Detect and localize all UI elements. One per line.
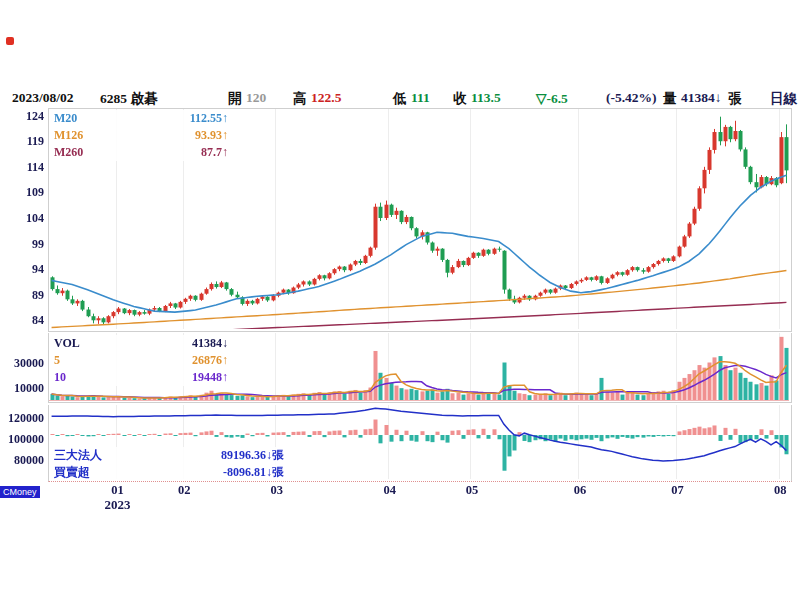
ma-legend-row-m126: M126 93.93↑ bbox=[50, 127, 232, 144]
vol-label: VOL bbox=[54, 336, 80, 350]
high-value: 122.5 bbox=[311, 90, 341, 106]
y-axis-tick-label: 124 bbox=[0, 109, 44, 123]
y-axis-tick-label: 99 bbox=[0, 237, 44, 251]
vol-ma5-value: 26876↑ bbox=[192, 352, 228, 369]
y-axis-tick-label: 89 bbox=[0, 288, 44, 302]
y-axis-tick-label: 109 bbox=[0, 185, 44, 199]
volume-legend: VOL 41384↓ 5 26876↑ 10 19448↑ bbox=[50, 335, 232, 386]
ma-legend-row-m260: M260 87.7↑ bbox=[50, 144, 232, 161]
inst-holdings-label: 三大法人 bbox=[54, 448, 102, 462]
change-pct-value: (-5.42%) bbox=[606, 90, 657, 106]
m20-value: 112.55↑ bbox=[190, 110, 228, 127]
watermark-badge: CMoney bbox=[0, 486, 40, 498]
m126-value: 93.93↑ bbox=[195, 127, 228, 144]
high-label: 高 bbox=[293, 90, 307, 108]
m260-value: 87.7↑ bbox=[201, 144, 228, 161]
period-selector[interactable]: 日線 bbox=[770, 90, 797, 108]
x-axis-tick-label: 03 bbox=[270, 483, 283, 497]
volume-label: 量 bbox=[663, 90, 677, 108]
ma-legend: M20 112.55↑ M126 93.93↑ M260 87.7↑ bbox=[50, 110, 232, 161]
y-axis-tick-label: 120000 bbox=[0, 411, 44, 425]
y-axis-tick-label: 119 bbox=[0, 134, 44, 148]
inst-holdings-row: 三大法人 89196.36↓張 bbox=[50, 447, 288, 464]
m260-label: M260 bbox=[54, 145, 83, 159]
low-value: 111 bbox=[411, 90, 430, 106]
y-axis-tick-label: 100000 bbox=[0, 432, 44, 446]
net-buy-sell-row: 買賣超 -8096.81↓張 bbox=[50, 464, 288, 481]
y-axis-tick-label: 114 bbox=[0, 160, 44, 174]
open-label: 開 bbox=[228, 90, 242, 108]
y-axis-tick-label: 94 bbox=[0, 262, 44, 276]
x-axis-tick-label: 05 bbox=[466, 483, 479, 497]
vol-value: 41384↓ bbox=[192, 335, 228, 352]
volume-value: 41384↓ bbox=[681, 90, 722, 106]
x-axis-tick-label: 04 bbox=[383, 483, 396, 497]
y-axis-tick-label: 84 bbox=[0, 313, 44, 327]
open-value: 120 bbox=[246, 90, 266, 106]
quote-date: 2023/08/02 bbox=[12, 90, 74, 106]
x-axis-tick-label: 06 bbox=[574, 483, 587, 497]
net-buy-sell-value: -8096.81↓張 bbox=[223, 464, 284, 481]
net-buy-sell-label: 買賣超 bbox=[54, 465, 90, 479]
vol-ma10-label: 10 bbox=[54, 370, 66, 384]
low-label: 低 bbox=[393, 90, 407, 108]
volume-unit: 張 bbox=[728, 90, 742, 108]
ma-legend-row-m20: M20 112.55↑ bbox=[50, 110, 232, 127]
x-axis-tick-label: 08 bbox=[774, 483, 787, 497]
vol-ma10-row: 10 19448↑ bbox=[50, 369, 232, 386]
stock-id-name: 6285 啟碁 bbox=[100, 90, 157, 108]
red-marker-icon bbox=[6, 37, 14, 45]
x-axis-tick-label: 01 bbox=[111, 483, 124, 497]
vol-ma5-row: 5 26876↑ bbox=[50, 352, 232, 369]
m126-label: M126 bbox=[54, 128, 83, 142]
institutional-legend: 三大法人 89196.36↓張 買賣超 -8096.81↓張 bbox=[50, 447, 288, 481]
close-value: 113.5 bbox=[471, 90, 501, 106]
stock-chart-screen: 2023/08/02 6285 啟碁 開 120 高 122.5 低 111 收… bbox=[0, 0, 800, 600]
y-axis-tick-label: 30000 bbox=[0, 356, 44, 370]
x-axis-tick-label: 02 bbox=[178, 483, 191, 497]
change-value: ▽-6.5 bbox=[536, 90, 568, 107]
y-axis-tick-label: 104 bbox=[0, 211, 44, 225]
x-axis-year-label: 2023 bbox=[104, 497, 130, 513]
y-axis-tick-label: 10000 bbox=[0, 381, 44, 395]
vol-legend-row: VOL 41384↓ bbox=[50, 335, 232, 352]
inst-holdings-value: 89196.36↓張 bbox=[221, 447, 284, 464]
y-axis-tick-label: 80000 bbox=[0, 453, 44, 467]
quote-header: 2023/08/02 6285 啟碁 開 120 高 122.5 低 111 收… bbox=[0, 90, 800, 106]
vol-ma10-value: 19448↑ bbox=[192, 369, 228, 386]
vol-ma5-label: 5 bbox=[54, 353, 60, 367]
close-label: 收 bbox=[453, 90, 467, 108]
m20-label: M20 bbox=[54, 111, 77, 125]
x-axis-tick-label: 07 bbox=[671, 483, 684, 497]
